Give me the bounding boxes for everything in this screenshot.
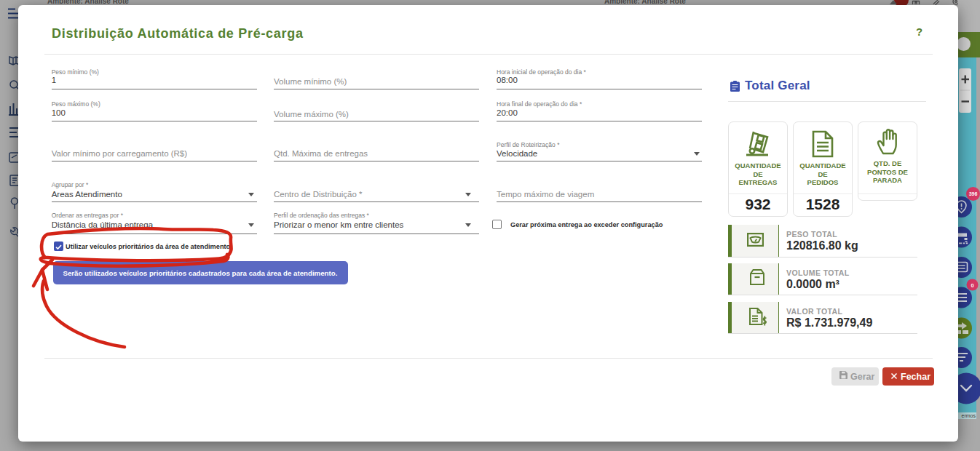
svg-text:396: 396 (969, 191, 978, 196)
svg-text:0: 0 (971, 282, 973, 289)
